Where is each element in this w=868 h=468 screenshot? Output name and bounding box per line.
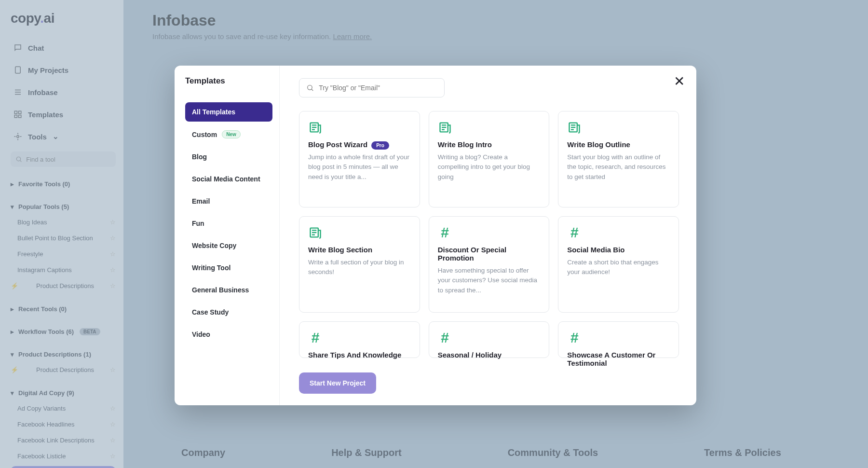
modal-sidebar: Templates All Templates Custom New Blog … (175, 66, 280, 405)
start-new-project-button[interactable]: Start New Project (299, 372, 376, 394)
card-title: Social Media Bio (567, 246, 670, 254)
template-card[interactable]: # Share Tips And Knowledge (299, 321, 420, 358)
star-icon[interactable]: ☆ (110, 234, 116, 242)
nav-tools[interactable]: Tools ⌄ (11, 127, 116, 146)
card-desc: Writing a blog? Create a compelling intr… (438, 152, 541, 182)
nav-label: Tools (28, 133, 47, 141)
star-icon[interactable]: ☆ (110, 366, 116, 373)
grid-icon (14, 110, 22, 119)
footer-col[interactable]: Help & Support (331, 447, 402, 458)
section-favorite[interactable]: ▸Favorite Tools (0) (11, 179, 116, 190)
nav-projects[interactable]: My Projects (11, 61, 116, 79)
star-icon[interactable]: ☆ (110, 421, 116, 428)
modal-search-input[interactable] (319, 84, 437, 92)
category-blog[interactable]: Blog (185, 147, 272, 166)
blog-icon (567, 120, 582, 135)
card-title: Blog Post WizardPro (308, 140, 411, 149)
list-icon (14, 88, 22, 96)
section-digital[interactable]: ▾Digital Ad Copy (9) (11, 387, 116, 399)
category-fun[interactable]: Fun (185, 214, 272, 233)
chevron-down-icon: ⌄ (53, 132, 59, 141)
star-icon[interactable]: ☆ (110, 437, 116, 444)
hash-icon: # (567, 225, 582, 240)
nav-chat[interactable]: Chat (11, 39, 116, 57)
tool-item[interactable]: Ad Copy Variants☆ (11, 402, 116, 414)
svg-point-9 (16, 157, 20, 161)
template-card[interactable]: # Seasonal / Holiday (429, 321, 550, 358)
svg-rect-6 (14, 115, 17, 118)
upgrade-button[interactable]: Upgrade to Pro ✔ (11, 466, 116, 468)
category-video[interactable]: Video (185, 325, 272, 344)
tool-item[interactable]: Facebook Listicle☆ (11, 450, 116, 462)
nav-label: My Projects (28, 66, 68, 74)
page-title: Infobase (152, 12, 839, 29)
nav-label: Infobase (28, 88, 58, 96)
tool-item[interactable]: Instagram Captions☆ (11, 264, 116, 276)
template-card[interactable]: Write Blog Outline Start your blog with … (558, 111, 679, 207)
section-recent[interactable]: ▸Recent Tools (0) (11, 303, 116, 315)
templates-modal: Templates All Templates Custom New Blog … (175, 66, 696, 405)
sidebar-search-input[interactable] (26, 156, 111, 163)
svg-rect-7 (19, 115, 21, 118)
star-icon[interactable]: ☆ (110, 266, 116, 274)
card-title: Share Tips And Knowledge (308, 351, 411, 359)
close-icon[interactable]: ✕ (674, 73, 685, 89)
page-subtitle: Infobase allows you to save and re-use k… (152, 32, 839, 41)
card-title: Write Blog Section (308, 246, 411, 254)
category-general[interactable]: General Business (185, 280, 272, 300)
template-card[interactable]: Write Blog Intro Writing a blog? Create … (429, 111, 550, 207)
star-icon[interactable]: ☆ (110, 250, 116, 258)
template-card[interactable]: # Showcase A Customer Or Testimonial (558, 321, 679, 358)
tool-item[interactable]: Freestyle☆ (11, 248, 116, 260)
modal-main: ✕ Blog Post WizardPro Jump into a whole … (280, 66, 696, 405)
chevron-down-icon: ▾ (11, 389, 15, 397)
category-email[interactable]: Email (185, 192, 272, 211)
card-desc: Write a full section of your blog in sec… (308, 258, 411, 277)
template-card[interactable]: Blog Post WizardPro Jump into a whole fi… (299, 111, 420, 207)
tool-item[interactable]: ⚡Product Descriptions☆ (11, 280, 116, 292)
star-icon[interactable]: ☆ (110, 405, 116, 412)
category-casestudy[interactable]: Case Study (185, 303, 272, 322)
section-popular[interactable]: ▾Popular Tools (5) (11, 201, 116, 212)
hash-icon: # (308, 330, 323, 345)
hash-icon: # (567, 330, 582, 345)
new-badge: New (222, 130, 241, 138)
learn-more-link[interactable]: Learn more. (333, 32, 372, 41)
section-prod-desc[interactable]: ▾Product Descriptions (1) (11, 349, 116, 360)
star-icon[interactable]: ☆ (110, 453, 116, 460)
chat-icon (14, 43, 22, 52)
footer-col[interactable]: Terms & Policies (704, 447, 781, 458)
star-icon[interactable]: ☆ (110, 282, 116, 289)
template-card[interactable]: # Discount Or Special Promotion Have som… (429, 216, 550, 313)
template-card[interactable]: Write Blog Section Write a full section … (299, 216, 420, 313)
tool-item[interactable]: Bullet Point to Blog Section☆ (11, 232, 116, 244)
nav-infobase[interactable]: Infobase (11, 83, 116, 101)
svg-point-8 (17, 136, 19, 138)
section-workflow[interactable]: ▸Workflow Tools (6)BETA (11, 326, 116, 337)
category-all[interactable]: All Templates (185, 102, 272, 122)
tool-item[interactable]: Facebook Headlines☆ (11, 418, 116, 430)
modal-heading: Templates (185, 76, 272, 86)
category-writing[interactable]: Writing Tool (185, 258, 272, 277)
modal-search[interactable] (299, 78, 445, 97)
tool-item[interactable]: Blog Ideas☆ (11, 216, 116, 228)
category-custom[interactable]: Custom New (185, 124, 272, 144)
chevron-right-icon: ▸ (11, 328, 15, 335)
star-icon[interactable]: ☆ (110, 219, 116, 226)
footer-col[interactable]: Company (181, 447, 225, 458)
hash-icon: # (438, 225, 452, 240)
card-title: Write Blog Outline (567, 140, 670, 149)
tool-item[interactable]: Facebook Link Descriptions☆ (11, 434, 116, 446)
nav-templates[interactable]: Templates (11, 105, 116, 124)
sidebar: copy.ai Chat My Projects Infobase Templa… (0, 0, 123, 468)
footer-col[interactable]: Community & Tools (508, 447, 598, 458)
card-desc: Have something special to offer your cus… (438, 266, 541, 295)
category-website[interactable]: Website Copy (185, 236, 272, 255)
card-title: Discount Or Special Promotion (438, 246, 541, 262)
blog-icon (438, 120, 452, 135)
category-social[interactable]: Social Media Content (185, 169, 272, 189)
card-desc: Start your blog with an outline of the t… (567, 152, 670, 182)
tool-item[interactable]: ⚡Product Descriptions☆ (11, 364, 116, 376)
template-card[interactable]: # Social Media Bio Create a short bio th… (558, 216, 679, 313)
sidebar-search[interactable] (11, 151, 116, 167)
